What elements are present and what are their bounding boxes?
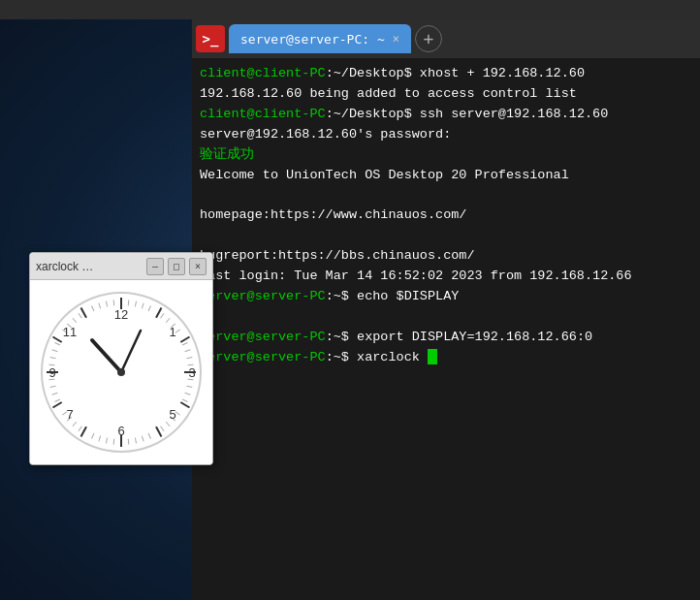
clock-window-buttons: — □ ×: [146, 258, 207, 275]
tab-label: server@server-PC: ~: [240, 32, 385, 47]
cursor: [428, 349, 437, 364]
tab-close-button[interactable]: ×: [393, 32, 399, 46]
clock-minimize-button[interactable]: —: [146, 258, 164, 275]
terminal-line-blank2: [200, 226, 692, 246]
svg-line-36: [128, 439, 129, 445]
taskbar: [0, 0, 700, 19]
svg-text:5: 5: [169, 407, 175, 422]
terminal-tabs: >_ server@server-PC: ~ × +: [192, 19, 700, 58]
svg-text:9: 9: [48, 365, 55, 380]
terminal-line-6: Welcome to UnionTech OS Desktop 20 Profe…: [200, 166, 692, 186]
clock-window: xarclock … — □ ×: [29, 252, 213, 465]
terminal-line-11: server@server-PC:~$ export DISPLAY=192.1…: [200, 328, 692, 348]
terminal-line-8: bugreport:https://bbs.chinauos.com/: [200, 246, 692, 267]
terminal-line-12: server@server-PC:~$ xarclock: [200, 348, 692, 368]
terminal-body[interactable]: client@client-PC:~/Desktop$ xhost + 192.…: [192, 58, 700, 600]
terminal-line-blank3: [200, 307, 692, 328]
terminal-line-blank1: [200, 186, 692, 206]
terminal-icon: >_: [196, 25, 225, 52]
terminal-icon-label: >_: [203, 31, 219, 47]
svg-line-60: [113, 300, 114, 305]
svg-text:11: 11: [63, 325, 77, 339]
svg-text:1: 1: [169, 325, 175, 339]
terminal-window: >_ server@server-PC: ~ × + client@client…: [192, 19, 700, 600]
svg-text:3: 3: [188, 365, 195, 380]
svg-line-13: [128, 300, 129, 305]
svg-point-71: [117, 368, 125, 376]
clock-close-button[interactable]: ×: [189, 258, 207, 275]
terminal-line-7: homepage:https://www.chinauos.com/: [200, 205, 692, 226]
clock-body: 12 1 3 5 6 7 9 11: [30, 280, 212, 464]
terminal-line-9: Last login: Tue Mar 14 16:52:02 2023 fro…: [200, 267, 692, 287]
new-tab-button[interactable]: +: [415, 25, 442, 52]
clock-titlebar: xarclock … — □ ×: [30, 253, 212, 280]
svg-text:7: 7: [66, 407, 73, 422]
terminal-line-10: server@server-PC:~$ echo $DISPLAY: [200, 287, 692, 307]
terminal-line-2: 192.168.12.60 being added to access cont…: [200, 84, 692, 105]
clock-title: xarclock …: [36, 260, 93, 273]
svg-text:6: 6: [117, 424, 124, 438]
terminal-line-5: 验证成功: [200, 145, 692, 166]
terminal-line-4: server@192.168.12.60's password:: [200, 125, 692, 145]
clock-maximize-button[interactable]: □: [168, 258, 185, 275]
svg-line-37: [113, 439, 114, 445]
svg-text:12: 12: [114, 307, 128, 322]
clock-face: 12 1 3 5 6 7 9 11: [39, 290, 204, 455]
terminal-line-3: client@client-PC:~/Desktop$ ssh server@1…: [200, 105, 692, 125]
prompt-client-1: client@client-PC: [200, 66, 326, 80]
terminal-tab[interactable]: server@server-PC: ~ ×: [229, 24, 411, 53]
terminal-line-1: client@client-PC:~/Desktop$ xhost + 192.…: [200, 64, 692, 84]
